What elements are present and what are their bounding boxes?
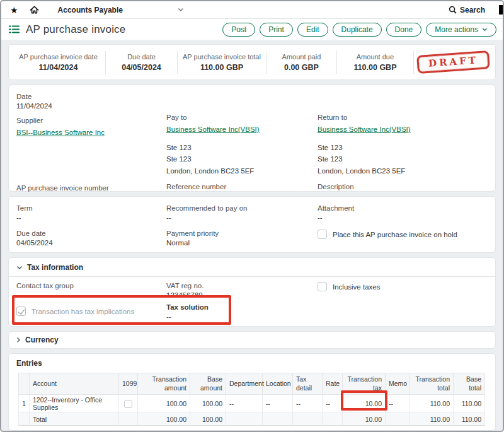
entry-location: --	[263, 395, 293, 413]
summary-invoice-total: AP purchase invoice total 110.00 GBP	[178, 51, 266, 74]
entry-transaction-total: 110.00	[410, 395, 454, 413]
entries-title: Entries	[16, 359, 488, 368]
post-button[interactable]: Post	[222, 23, 255, 37]
col-1099: 1099	[119, 373, 138, 395]
duplicate-button[interactable]: Duplicate	[333, 23, 382, 37]
total-transaction-amount: 100.00	[138, 413, 190, 426]
col-transaction-total: Transaction total	[410, 373, 454, 395]
entry-1099-cell	[119, 395, 138, 413]
invoice-details-card: Date 11/04/2024 Supplier BSI--Business S…	[8, 85, 496, 192]
inclusive-taxes-row[interactable]: Inclusive taxes	[318, 282, 488, 299]
supplier-link[interactable]: BSI--Business Software Inc	[16, 129, 105, 136]
summary-amount-due: Amount due 110.00 GBP	[337, 51, 414, 74]
col-base-total: Base total	[454, 373, 485, 395]
col-rate: Rate	[323, 373, 343, 395]
record-list-icon[interactable]	[9, 25, 20, 34]
print-button[interactable]: Print	[260, 23, 293, 37]
tax-implications-checkbox-row[interactable]: Transaction has tax implications	[16, 303, 166, 320]
entry-tax-detail: --	[293, 395, 323, 413]
currency-section-header[interactable]: Currency	[8, 331, 496, 349]
entry-memo: --	[386, 395, 410, 413]
summary-strip: AP purchase invoice date 11/04/2024 Due …	[8, 44, 496, 80]
tax-solution-field: Tax solution --	[166, 303, 318, 320]
entry-rownum: 1	[19, 395, 30, 413]
inclusive-taxes-label: Inclusive taxes	[333, 282, 380, 293]
entry-transaction-amount: 100.00	[138, 395, 190, 413]
hold-checkbox-row[interactable]: Place this AP purchase invoice on hold	[318, 230, 488, 240]
summary-invoice-date: AP purchase invoice date 11/04/2024	[11, 51, 106, 74]
term-field: Term --	[16, 204, 166, 221]
favorite-star-icon[interactable]: ★	[10, 5, 18, 15]
entry-row: 1 1202--Inventory - Office Supplies 100.…	[19, 395, 485, 413]
supplier-field: Supplier BSI--Business Software Inc	[16, 117, 166, 137]
col-transaction-tax: Transaction tax	[343, 373, 386, 395]
summary-amount-paid: Amount paid 0.00 GBP	[266, 51, 337, 74]
more-actions-button[interactable]: More actions	[426, 23, 496, 37]
terms-column-2: Recommended to pay on -- Payment priorit…	[166, 204, 318, 255]
details-column-2: Pay to Business Software Inc(VBSI) Ste 1…	[166, 93, 318, 208]
details-column-1: Date 11/04/2024 Supplier BSI--Business S…	[16, 93, 166, 208]
entry-transaction-tax: 10.00	[343, 395, 386, 413]
col-tax-detail: Tax detail	[293, 373, 323, 395]
entry-1099-checkbox[interactable]	[124, 400, 132, 408]
total-transaction-tax: 10.00	[343, 413, 386, 426]
tax-implications-checkbox[interactable]	[16, 306, 26, 316]
col-department: Department	[226, 373, 263, 395]
total-transaction-total: 110.00	[410, 413, 454, 426]
col-location: Location	[263, 373, 293, 395]
entry-account: 1202--Inventory - Office Supplies	[30, 395, 119, 413]
total-base-amount: 100.00	[190, 413, 226, 426]
entries-header-row: Account 1099 Transaction amount Base amo…	[19, 373, 485, 395]
global-search[interactable]: Search	[449, 6, 485, 15]
pay-to-field: Pay to Business Software Inc(VBSI)	[166, 114, 318, 134]
hold-checkbox-label: Place this AP purchase invoice on hold	[333, 230, 457, 240]
app-window: ★ Accounts Payable Search AP purchase in…	[0, 0, 504, 432]
clipped-edge-icon[interactable]	[499, 5, 503, 15]
entries-total-row: Total 100.00 100.00 10.00 110.00 110.00	[19, 413, 485, 426]
inclusive-taxes-checkbox[interactable]	[318, 282, 327, 291]
hold-checkbox[interactable]	[318, 230, 327, 239]
entries-card: Entries Account 1099 Transaction amount	[8, 353, 496, 431]
recommended-pay-field: Recommended to pay on --	[166, 204, 318, 221]
page-content: AP purchase invoice date 11/04/2024 Due …	[1, 40, 503, 431]
home-icon[interactable]	[30, 5, 39, 15]
chevron-right-icon	[16, 337, 21, 343]
payment-priority-field: Payment priority Normal	[166, 230, 318, 247]
terms-column-1: Term -- Due date 04/05/2024	[16, 204, 166, 255]
page-header: AP purchase invoice Post Print Edit Dupl…	[1, 19, 503, 40]
entries-table: Account 1099 Transaction amount Base amo…	[18, 373, 485, 426]
total-label: Total	[30, 413, 119, 426]
tax-information-card: Tax information Contact tax group -- VAT…	[8, 257, 496, 327]
chevron-down-icon	[178, 8, 184, 12]
payment-terms-card: Term -- Due date 04/05/2024 Recommended …	[8, 196, 496, 253]
status-stamp: DRAFT	[416, 50, 490, 74]
total-base-total: 110.00	[454, 413, 485, 426]
top-navigation-bar: ★ Accounts Payable Search	[1, 1, 503, 19]
chevron-down-icon	[16, 266, 23, 270]
contact-tax-group-field: Contact tax group --	[16, 282, 166, 299]
entry-department: --	[226, 395, 263, 413]
module-selector[interactable]: Accounts Payable	[58, 6, 184, 15]
search-label: Search	[460, 6, 485, 15]
terms-column-3: Attachment -- Place this AP purchase inv…	[318, 204, 488, 255]
action-buttons: Post Print Edit Duplicate Done More acti…	[222, 23, 496, 37]
edit-button[interactable]: Edit	[297, 23, 328, 37]
col-memo: Memo	[386, 373, 410, 395]
done-button[interactable]: Done	[386, 23, 422, 37]
col-rownum	[19, 373, 30, 395]
module-selector-label: Accounts Payable	[58, 6, 123, 15]
page-title: AP purchase invoice	[26, 23, 125, 36]
col-base-amount: Base amount	[190, 373, 226, 395]
description-field: Description	[318, 183, 488, 190]
entry-base-total: 110.00	[454, 395, 485, 413]
return-to-link[interactable]: Business Software Inc(VBSI)	[318, 126, 411, 133]
return-to-address: Ste 123 Ste 123 London, London BC23 5EF	[318, 142, 488, 177]
chevron-down-icon	[482, 28, 488, 32]
pay-to-link[interactable]: Business Software Inc(VBSI)	[166, 126, 260, 133]
due-date-field: Due date 04/05/2024	[16, 230, 166, 247]
pay-to-address: Ste 123 Ste 123 London, London BC23 5EF	[166, 142, 318, 177]
tax-section-header[interactable]: Tax information	[9, 263, 495, 277]
date-field: Date 11/04/2024	[16, 93, 166, 110]
return-to-field: Return to Business Software Inc(VBSI)	[318, 114, 488, 134]
summary-due-date: Due date 04/05/2024	[106, 51, 178, 74]
